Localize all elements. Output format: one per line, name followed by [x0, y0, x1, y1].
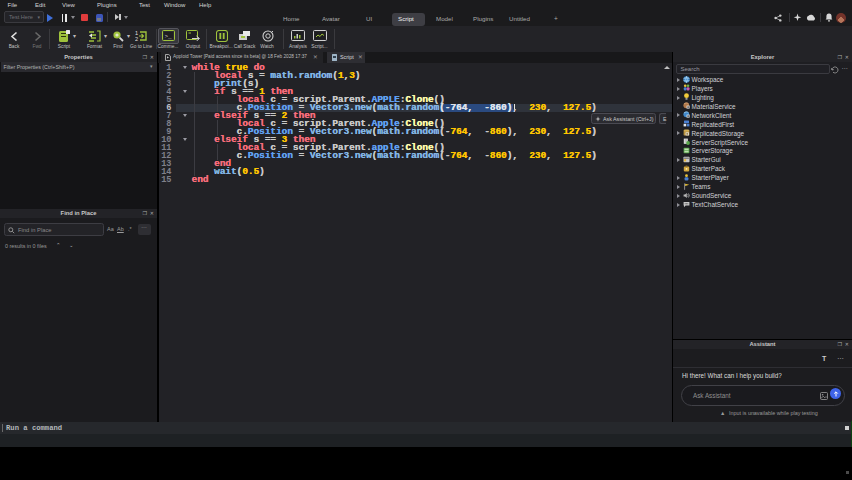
svg-text:2: 2: [135, 36, 138, 42]
svg-text:>_: >_: [165, 33, 173, 40]
